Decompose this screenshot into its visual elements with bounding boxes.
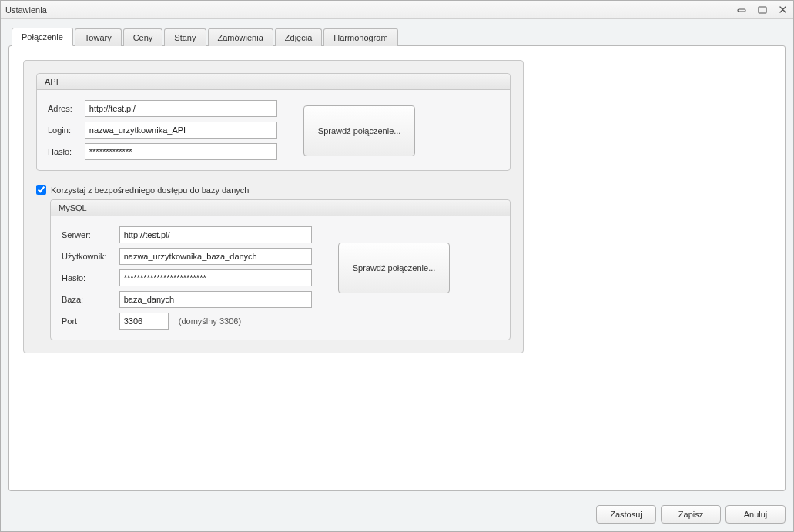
mysql-group-label: MySQL — [51, 200, 510, 216]
mysql-password-label: Hasło: — [59, 267, 116, 289]
tab-polaczenie[interactable]: Połączenie — [12, 28, 73, 46]
mysql-server-label: Serwer: — [59, 224, 116, 246]
content-area: Połączenie Towary Ceny Stany Zamówienia … — [1, 19, 793, 499]
mysql-user-label: Użytkownik: — [59, 246, 116, 267]
api-address-input[interactable] — [85, 100, 277, 117]
api-address-label: Adres: — [45, 98, 82, 119]
mysql-database-label: Baza: — [59, 289, 116, 310]
tab-ceny[interactable]: Ceny — [123, 28, 163, 46]
mysql-port-input[interactable] — [119, 313, 169, 330]
mysql-groupbox: MySQL Serwer: Użytkownik: — [50, 199, 511, 340]
mysql-server-input[interactable] — [119, 226, 312, 243]
mysql-database-input[interactable] — [119, 291, 312, 308]
api-password-label: Hasło: — [45, 141, 82, 162]
mysql-check-connection-button[interactable]: Sprawdź połączenie... — [338, 243, 451, 293]
mysql-port-hint: (domyślny 3306) — [179, 316, 241, 326]
svg-rect-0 — [738, 9, 745, 12]
api-password-input[interactable] — [85, 143, 277, 160]
minimize-icon[interactable] — [736, 5, 749, 15]
tab-zamowienia[interactable]: Zamówienia — [208, 28, 273, 46]
api-group-label: API — [37, 74, 510, 90]
settings-window: Ustawienia Połączenie Towary Ceny Stany … — [0, 0, 794, 532]
maximize-icon[interactable] — [756, 5, 769, 15]
api-check-connection-button[interactable]: Sprawdź połączenie... — [303, 105, 416, 156]
window-title: Ustawienia — [5, 5, 736, 15]
save-button[interactable]: Zapisz — [661, 505, 721, 524]
tab-towary[interactable]: Towary — [75, 28, 122, 46]
api-groupbox: API Adres: Login: H — [36, 73, 511, 171]
svg-rect-1 — [759, 7, 766, 13]
apply-button[interactable]: Zastosuj — [596, 505, 656, 524]
titlebar: Ustawienia — [1, 1, 793, 19]
tab-harmonogram[interactable]: Harmonogram — [323, 28, 397, 46]
tab-page-connection: API Adres: Login: H — [8, 45, 786, 491]
tab-zdjecia[interactable]: Zdjęcia — [275, 28, 322, 46]
close-icon[interactable] — [776, 5, 789, 15]
direct-db-access-label: Korzystaj z bezpośredniego dostępu do ba… — [51, 186, 249, 195]
mysql-user-input[interactable] — [119, 248, 312, 265]
direct-db-access-row: Korzystaj z bezpośredniego dostępu do ba… — [36, 185, 511, 195]
dialog-footer: Zastosuj Zapisz Anuluj — [1, 499, 793, 531]
api-login-label: Login: — [45, 119, 82, 141]
window-controls — [736, 5, 789, 15]
connection-panel: API Adres: Login: H — [23, 60, 524, 353]
mysql-port-label: Port — [59, 310, 116, 332]
tabbar: Połączenie Towary Ceny Stany Zamówienia … — [12, 27, 786, 45]
api-login-input[interactable] — [85, 122, 277, 139]
direct-db-access-checkbox[interactable] — [36, 185, 46, 195]
cancel-button[interactable]: Anuluj — [725, 505, 786, 524]
mysql-password-input[interactable] — [119, 269, 312, 286]
tab-stany[interactable]: Stany — [164, 28, 206, 46]
